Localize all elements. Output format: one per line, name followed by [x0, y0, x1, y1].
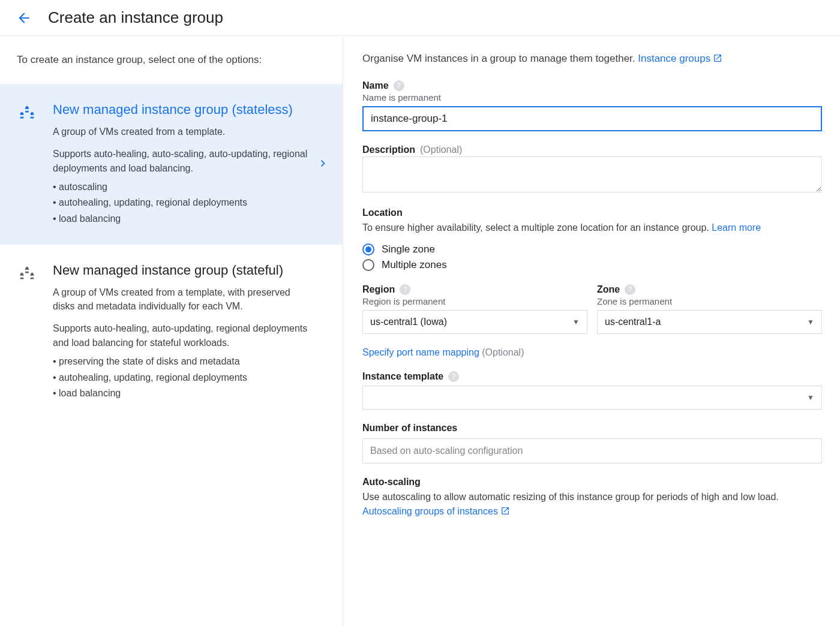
back-button[interactable]	[12, 6, 36, 30]
port-mapping-row: Specify port name mapping (Optional)	[362, 347, 822, 358]
option-bullets: preserving the state of disks and metada…	[53, 354, 313, 401]
option-stateful[interactable]: New managed instance group (stateful) A …	[0, 245, 343, 419]
help-icon[interactable]: ?	[625, 284, 635, 295]
option-supports: Supports auto-healing, auto-scaling, aut…	[53, 147, 313, 176]
autoscaling-desc: Use autoscaling to allow automatic resiz…	[362, 490, 822, 519]
instance-template-group: Instance template ? ▼	[362, 371, 822, 410]
caret-down-icon: ▼	[807, 393, 814, 402]
external-link-icon	[713, 53, 722, 63]
option-desc: A group of VMs created from a template.	[53, 125, 313, 139]
name-sub: Name is permanent	[362, 92, 822, 103]
name-input[interactable]	[362, 106, 822, 131]
intro-line: Organise VM instances in a group to mana…	[362, 53, 822, 65]
caret-down-icon: ▼	[807, 318, 814, 326]
name-field-group: Name ? Name is permanent	[362, 80, 822, 131]
radio-icon	[362, 259, 374, 271]
instance-groups-link[interactable]: Instance groups	[638, 53, 722, 64]
mig-stateful-icon	[17, 261, 38, 401]
radio-multiple-zones[interactable]: Multiple zones	[362, 259, 822, 271]
name-label: Name	[362, 80, 389, 91]
num-instances-input: Based on auto-scaling configuration	[362, 438, 822, 464]
zone-sub: Zone is permanent	[597, 296, 822, 306]
radio-single-zone[interactable]: Single zone	[362, 243, 822, 255]
description-textarea[interactable]	[362, 156, 822, 192]
sidebar-intro: To create an instance group, select one …	[0, 36, 343, 84]
region-select[interactable]: us-central1 (Iowa) ▼	[362, 310, 587, 334]
autoscaling-link[interactable]: Autoscaling groups of instances	[362, 506, 510, 516]
region-field-group: Region ? Region is permanent us-central1…	[362, 284, 587, 334]
option-title: New managed instance group (stateless)	[53, 101, 313, 119]
location-group: Location To ensure higher availability, …	[362, 207, 822, 271]
zone-label: Zone	[597, 284, 620, 295]
option-stateless[interactable]: New managed instance group (stateless) A…	[0, 84, 343, 245]
chevron-right-icon	[316, 157, 329, 172]
location-desc: To ensure higher availability, select a …	[362, 221, 822, 235]
autoscaling-label: Auto-scaling	[362, 477, 822, 487]
description-label: Description	[362, 145, 415, 155]
num-instances-group: Number of instances Based on auto-scalin…	[362, 423, 822, 464]
page-title: Create an instance group	[48, 8, 223, 27]
instance-template-label: Instance template	[362, 371, 443, 382]
port-mapping-link[interactable]: Specify port name mapping	[362, 347, 479, 357]
help-icon[interactable]: ?	[394, 80, 404, 91]
caret-down-icon: ▼	[572, 318, 580, 326]
option-supports: Supports auto-healing, auto-updating, re…	[53, 321, 313, 350]
main-form: Organise VM instances in a group to mana…	[343, 36, 840, 626]
learn-more-link[interactable]: Learn more	[712, 222, 761, 233]
region-sub: Region is permanent	[362, 296, 587, 306]
zone-select[interactable]: us-central1-a ▼	[597, 310, 822, 334]
help-icon[interactable]: ?	[448, 371, 459, 382]
mig-icon	[17, 101, 38, 227]
description-field-group: Description (Optional)	[362, 145, 822, 194]
zone-field-group: Zone ? Zone is permanent us-central1-a ▼	[597, 284, 822, 334]
autoscaling-group: Auto-scaling Use autoscaling to allow au…	[362, 477, 822, 519]
location-label: Location	[362, 207, 822, 218]
region-label: Region	[362, 284, 395, 295]
radio-icon	[362, 243, 374, 255]
arrow-back-icon	[16, 10, 32, 26]
option-title: New managed instance group (stateful)	[53, 261, 313, 279]
external-link-icon	[500, 506, 510, 516]
header: Create an instance group	[0, 0, 840, 36]
sidebar: To create an instance group, select one …	[0, 36, 343, 626]
help-icon[interactable]: ?	[400, 284, 410, 295]
instance-template-select[interactable]: ▼	[362, 386, 822, 410]
option-bullets: autoscaling autohealing, updating, regio…	[53, 179, 313, 227]
option-desc: A group of VMs created from a template, …	[53, 285, 313, 313]
num-instances-label: Number of instances	[362, 423, 822, 434]
